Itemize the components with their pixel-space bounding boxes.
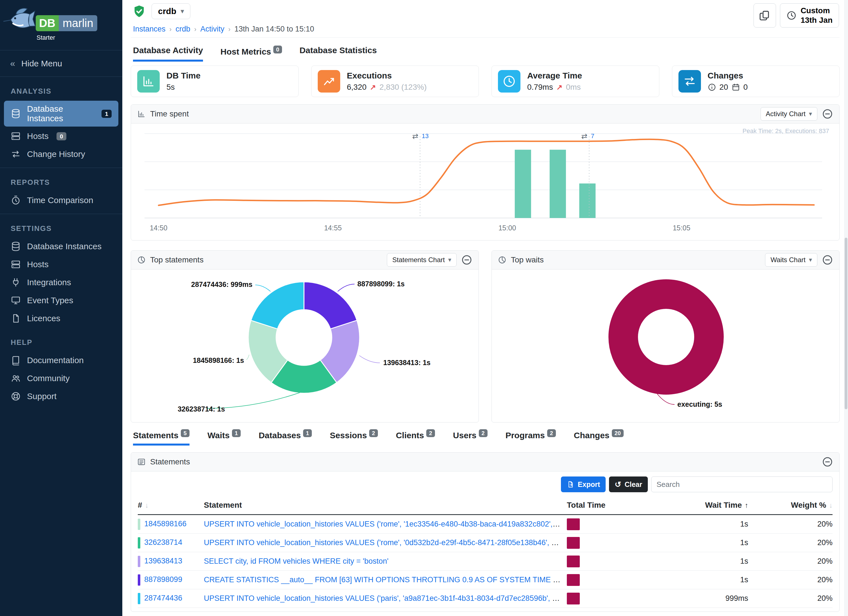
tab-database-statistics[interactable]: Database Statistics — [299, 46, 377, 62]
breadcrumb-link-instances[interactable]: Instances — [133, 25, 166, 33]
detail-tab-users[interactable]: Users2 — [453, 429, 488, 445]
breadcrumb-link-activity[interactable]: Activity — [200, 25, 224, 33]
sidebar-item-settings-hosts[interactable]: Hosts — [4, 256, 119, 273]
svg-text:7: 7 — [591, 132, 594, 140]
brand-wordmark: DB marlin — [36, 15, 97, 31]
cell-wait-time: 1s — [676, 520, 748, 528]
info-icon — [708, 83, 716, 91]
kpi-db-time: DB Time5s — [131, 65, 299, 97]
sidebar-item-reports-time-comparison[interactable]: Time Comparison — [4, 192, 119, 209]
statement-text-link[interactable]: UPSERT INTO vehicle_location_histories V… — [204, 520, 567, 528]
statement-id-link[interactable]: 139638413 — [144, 557, 182, 565]
pie-chart-icon — [137, 256, 146, 264]
tab-database-activity[interactable]: Database Activity — [133, 46, 203, 62]
brand-marlin: marlin — [59, 15, 97, 31]
cell-id: 287474436 — [138, 593, 204, 604]
cell-total-time — [567, 555, 676, 567]
col-wait-time[interactable]: Wait Time↑ — [676, 501, 748, 510]
sidebar-item-settings-licences[interactable]: Licences — [4, 310, 119, 327]
detail-tab-label: Changes — [574, 430, 609, 440]
detail-tab-sessions[interactable]: Sessions2 — [330, 429, 378, 445]
statement-id-link[interactable]: 326238714 — [144, 538, 182, 546]
col-statement[interactable]: Statement — [204, 501, 567, 510]
search-input[interactable] — [651, 476, 833, 492]
detail-tab-changes[interactable]: Changes20 — [574, 429, 624, 445]
table-row: 287474436UPSERT INTO vehicle_location_hi… — [138, 589, 833, 608]
kpi-executions: Executions6,320↗2,830 (123%) — [311, 65, 479, 97]
top-waits-title: Top waits — [511, 255, 544, 264]
sidebar-item-settings-integrations[interactable]: Integrations — [4, 274, 119, 291]
breadcrumb-link-crdb[interactable]: crdb — [175, 25, 190, 33]
sidebar-item-analysis-database-instances[interactable]: Database Instances1 — [4, 101, 119, 126]
clear-button[interactable]: ↺ Clear — [609, 476, 648, 492]
statement-id-link[interactable]: 1845898166 — [144, 520, 187, 528]
copy-link-button[interactable] — [753, 3, 776, 28]
pie-chart-icon — [498, 256, 506, 264]
page-scrollbar[interactable] — [844, 0, 848, 616]
detail-tab-badge: 20 — [612, 429, 624, 437]
cell-id: 139638413 — [138, 556, 204, 567]
col-weight[interactable]: Weight %↓ — [748, 501, 833, 510]
statement-color-chip — [138, 537, 140, 549]
top-waits-donut[interactable]: executing: 5s — [492, 269, 839, 422]
brand-logo: DB marlin Starter — [0, 0, 122, 50]
sidebar-section-analysis: ANALYSISDatabase Instances1Hosts0Change … — [0, 77, 122, 163]
cell-statement: CREATE STATISTICS __auto__ FROM [63] WIT… — [204, 576, 567, 584]
scrollbar-thumb[interactable] — [845, 237, 847, 409]
statements-chart-dropdown[interactable]: Statements Chart ▾ — [387, 253, 457, 267]
sort-icon: ↓ — [145, 501, 149, 509]
top-waits-header: Top waits Waits Chart ▾ — [492, 251, 839, 269]
detail-tab-waits[interactable]: Waits1 — [208, 429, 241, 445]
statement-id-link[interactable]: 887898099 — [144, 575, 182, 584]
sidebar-item-settings-database-instances[interactable]: Database Instances — [4, 238, 119, 255]
total-time-bar — [567, 593, 580, 604]
kpi-title: Average Time — [527, 71, 582, 80]
col-total-time[interactable]: Total Time — [567, 501, 676, 510]
detail-tab-clients[interactable]: Clients2 — [396, 429, 435, 445]
detail-tab-label: Clients — [396, 430, 424, 440]
detail-tab-statements[interactable]: Statements5 — [133, 429, 190, 445]
detail-tab-programs[interactable]: Programs2 — [506, 429, 556, 445]
activity-chart-label: Activity Chart — [766, 110, 805, 118]
detail-tab-databases[interactable]: Databases1 — [259, 429, 312, 445]
svg-text:14:55: 14:55 — [324, 224, 342, 232]
kpi-main-value: 0.79ms — [527, 83, 553, 92]
statement-text-link[interactable]: UPSERT INTO vehicle_location_histories V… — [204, 538, 567, 547]
cell-id: 887898099 — [138, 574, 204, 586]
collapse-icon[interactable] — [461, 254, 472, 266]
time-range-button[interactable]: Custom 13th Jan — [780, 3, 839, 28]
kpi-value: 200 — [708, 83, 748, 92]
cell-statement: UPSERT INTO vehicle_location_histories V… — [204, 538, 567, 547]
time-spent-chart-area: Peak Time: 2s, Executions: 837 ⇄13⇄714:5… — [131, 123, 839, 239]
tab-host-metrics[interactable]: Host Metrics0 — [221, 46, 282, 62]
cell-statement: UPSERT INTO vehicle_location_histories V… — [204, 520, 567, 528]
calendar-icon — [732, 83, 740, 91]
database-icon — [11, 241, 21, 251]
instance-selector[interactable]: crdb ▾ — [151, 3, 190, 19]
double-chevron-left-icon: « — [10, 58, 15, 69]
waits-chart-dropdown[interactable]: Waits Chart ▾ — [765, 253, 817, 267]
sidebar-item-settings-event-types[interactable]: Event Types — [4, 292, 119, 309]
export-button[interactable]: Export — [561, 476, 606, 492]
collapse-icon[interactable] — [822, 108, 833, 120]
sidebar-item-analysis-change-history[interactable]: Change History — [4, 146, 119, 163]
sidebar-item-help-support[interactable]: Support — [4, 388, 119, 405]
sidebar-item-help-documentation[interactable]: Documentation — [4, 352, 119, 369]
clock-icon — [786, 10, 796, 21]
collapse-icon[interactable] — [822, 254, 833, 266]
top-statements-donut[interactable]: 887898099: 1s139638413: 1s326238714: 1s1… — [131, 269, 479, 422]
cell-wait-time: 1s — [676, 557, 748, 566]
col-id[interactable]: #↓ — [138, 501, 204, 510]
statement-id-link[interactable]: 287474436 — [144, 594, 182, 602]
time-spent-chart[interactable]: ⇄13⇄714:5014:5515:0015:05 — [136, 125, 828, 237]
kpi-cards: DB Time5sExecutions6,320↗2,830 (123%)Ave… — [131, 65, 839, 97]
hide-menu-button[interactable]: « Hide Menu — [0, 50, 122, 77]
sidebar-item-help-community[interactable]: Community — [4, 370, 119, 387]
statement-text-link[interactable]: SELECT city, id FROM vehicles WHERE city… — [204, 557, 388, 566]
kpi-main-value: 6,320 — [347, 83, 367, 92]
statement-text-link[interactable]: UPSERT INTO vehicle_location_histories V… — [204, 594, 567, 603]
collapse-icon[interactable] — [822, 456, 833, 468]
statement-text-link[interactable]: CREATE STATISTICS __auto__ FROM [63] WIT… — [204, 576, 567, 584]
sidebar-item-analysis-hosts[interactable]: Hosts0 — [4, 128, 119, 145]
activity-chart-dropdown[interactable]: Activity Chart ▾ — [761, 107, 817, 121]
